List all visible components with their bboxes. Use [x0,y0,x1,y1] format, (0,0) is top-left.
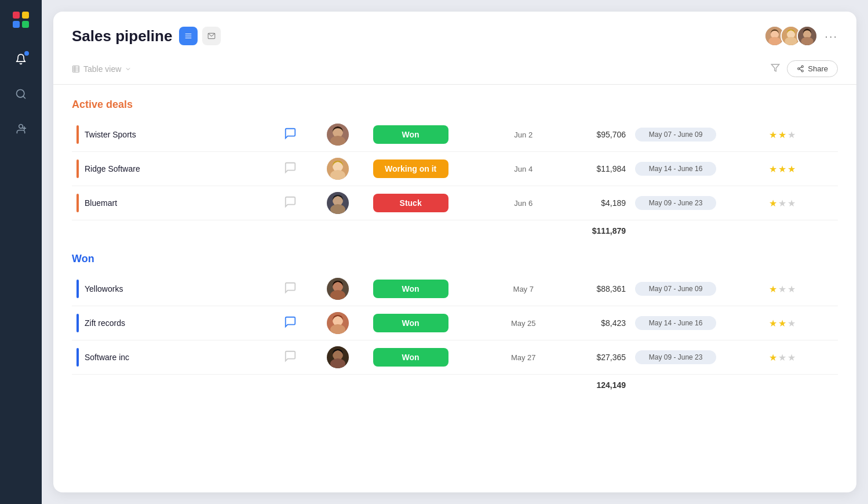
date-cell: May 7 [494,272,554,306]
total-spacer [72,220,553,242]
logo-dot-yellow [22,12,29,19]
logo [10,9,31,30]
status-badge[interactable]: Stuck [373,194,448,212]
chat-icon[interactable] [279,316,302,331]
won-deals-title: Won [72,253,838,265]
star-3[interactable]: ★ [787,318,796,329]
status-cell[interactable]: Won [369,340,494,375]
main-panel: Sales pipeline [53,12,856,492]
svg-marker-22 [772,64,779,71]
chat-cell[interactable] [274,118,322,152]
toolbar: Table view Share [53,56,856,85]
deal-name: Software inc [85,353,129,362]
active-deals-section: Active deals Twister Sports [72,99,838,241]
date-cell: Jun 4 [494,152,554,186]
chat-icon[interactable] [279,127,302,143]
status-cell[interactable]: Won [369,118,494,152]
sidebar-item-notifications[interactable] [10,49,31,70]
share-button[interactable]: Share [787,60,838,77]
star-1[interactable]: ★ [769,318,777,329]
star-3[interactable]: ★ [787,198,796,209]
avatar-cell [322,186,369,220]
chat-cell[interactable] [274,272,322,306]
header-left: Sales pipeline [72,27,221,45]
amount-cell: $27,365 [553,340,630,375]
date-cell: May 25 [494,306,554,340]
email-view-button[interactable] [202,27,221,45]
share-label: Share [808,64,828,73]
page-title: Sales pipeline [72,27,172,45]
star-3[interactable]: ★ [787,352,796,363]
filter-icon[interactable] [771,63,780,75]
person-avatar [327,158,349,180]
svg-line-1 [23,96,25,99]
total-spacer-2 [630,220,838,242]
team-avatars [764,26,818,46]
avatar-3 [797,26,818,46]
status-cell[interactable]: Won [369,272,494,306]
table-row: Zift records [72,306,838,340]
person-avatar [327,124,349,146]
name-cell: Yelloworks [72,272,274,306]
avatar-cell [322,306,369,340]
star-3[interactable]: ★ [787,164,796,175]
toolbar-right: Share [771,60,838,77]
status-badge[interactable]: Won [373,125,448,144]
date-range-cell: May 09 - June 23 [630,186,764,220]
date-range-badge: May 07 - June 09 [635,128,716,142]
status-badge[interactable]: Won [373,314,448,332]
star-1[interactable]: ★ [769,284,777,295]
chat-icon[interactable] [279,195,302,211]
sidebar-item-add-person[interactable] [10,118,31,139]
total-row: $111,879 [72,220,838,242]
star-2[interactable]: ★ [778,352,786,363]
name-cell: Bluemart [72,186,274,220]
more-options-button[interactable]: ··· [825,30,838,43]
star-3[interactable]: ★ [787,284,796,295]
person-avatar [327,278,349,300]
star-2[interactable]: ★ [778,198,786,209]
date-range-cell: May 07 - June 09 [630,118,764,152]
person-avatar [327,192,349,214]
chat-icon[interactable] [279,161,302,177]
status-badge[interactable]: Won [373,348,448,367]
status-badge[interactable]: Working on it [373,159,448,178]
chat-cell[interactable] [274,186,322,220]
status-cell[interactable]: Stuck [369,186,494,220]
date-range-badge: May 14 - June 16 [635,162,716,176]
stars-cell: ★ ★ ★ [764,306,838,340]
star-1[interactable]: ★ [769,164,777,175]
chat-icon[interactable] [279,281,302,297]
sidebar-item-search[interactable] [10,84,31,104]
won-deals-section: Won Yelloworks [72,253,838,396]
won-total-amount: 124,149 [553,375,630,396]
star-2[interactable]: ★ [778,164,786,175]
star-3[interactable]: ★ [787,129,796,140]
star-1[interactable]: ★ [769,198,777,209]
svg-point-2 [19,125,23,129]
chat-icon[interactable] [279,350,302,365]
status-cell[interactable]: Working on it [369,152,494,186]
chat-cell[interactable] [274,152,322,186]
amount-cell: $8,423 [553,306,630,340]
list-view-button[interactable] [179,27,198,45]
date-range-cell: May 07 - June 09 [630,272,764,306]
star-1[interactable]: ★ [769,129,777,140]
sidebar [0,0,42,504]
star-2[interactable]: ★ [778,318,786,329]
star-1[interactable]: ★ [769,352,777,363]
star-2[interactable]: ★ [778,284,786,295]
stars-cell: ★ ★ ★ [764,118,838,152]
table-row: Software inc [72,340,838,375]
star-2[interactable]: ★ [778,129,786,140]
header-right: ··· [764,26,838,46]
status-cell[interactable]: Won [369,306,494,340]
content-area: Active deals Twister Sports [53,85,856,492]
svg-point-11 [769,37,781,45]
chat-cell[interactable] [274,340,322,375]
status-badge[interactable]: Won [373,280,448,298]
avatar-cell [322,152,369,186]
table-view-button[interactable]: Table view [72,64,132,74]
chat-cell[interactable] [274,306,322,340]
amount-cell: $95,706 [553,118,630,152]
